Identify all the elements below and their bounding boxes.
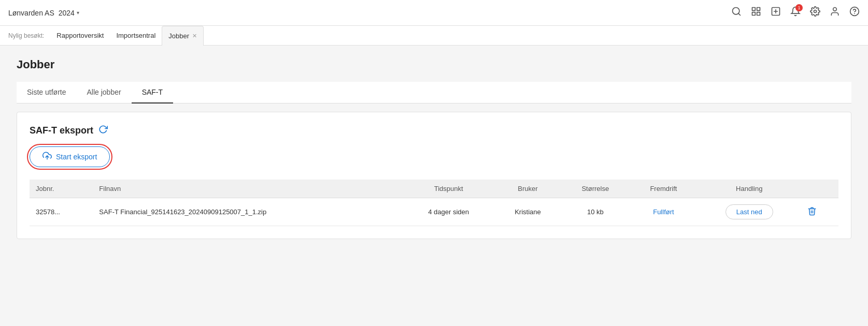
svg-rect-2 xyxy=(752,8,756,11)
status-badge: Fullført xyxy=(653,208,674,216)
year-label: 2024 xyxy=(59,9,75,17)
tab-saf-t[interactable]: SAF-T xyxy=(132,82,173,103)
cell-jobnr: 32578... xyxy=(30,198,93,226)
cell-handling: Last ned xyxy=(698,198,801,226)
table-row: 32578... SAF-T Financial_925141623_20240… xyxy=(30,198,838,226)
recently-visited-bar: Nylig besøkt: Rapportoversikt Importsent… xyxy=(0,26,868,46)
cloud-upload-icon xyxy=(42,151,52,162)
recent-link-importsentral[interactable]: Importsentral xyxy=(110,26,162,46)
svg-rect-5 xyxy=(757,12,760,16)
settings-icon[interactable] xyxy=(810,6,820,19)
tab-siste-utforte[interactable]: Siste utførte xyxy=(17,82,76,103)
chevron-down-icon: ▾ xyxy=(77,10,79,16)
refresh-icon[interactable] xyxy=(98,125,108,136)
start-eksport-button[interactable]: Start eksport xyxy=(30,146,110,167)
topbar: Lønvarden AS 2024 ▾ 1 xyxy=(0,0,868,26)
add-icon[interactable] xyxy=(771,6,781,19)
tabs-bar: Siste utførte Alle jobber SAF-T xyxy=(17,82,851,103)
col-storrelse: Størrelse xyxy=(561,180,630,198)
col-filnavn: Filnavn xyxy=(93,180,403,198)
cell-fremdrift: Fullført xyxy=(630,198,698,226)
card-header: SAF-T eksport xyxy=(30,125,838,136)
col-jobnr: Jobnr. xyxy=(30,180,93,198)
company-name: Lønvarden AS xyxy=(8,9,54,17)
col-bruker: Bruker xyxy=(494,180,561,198)
page-title: Jobber xyxy=(17,58,851,71)
recent-tab-jobber[interactable]: Jobber ✕ xyxy=(162,26,204,46)
col-actions xyxy=(801,180,838,198)
svg-point-10 xyxy=(833,8,837,11)
notification-icon[interactable]: 1 xyxy=(790,6,801,19)
search-icon[interactable] xyxy=(731,6,742,19)
topbar-left: Lønvarden AS 2024 ▾ xyxy=(8,9,79,17)
last-ned-button[interactable]: Last ned xyxy=(725,204,773,219)
help-icon[interactable] xyxy=(849,6,860,19)
tab-alle-jobber[interactable]: Alle jobber xyxy=(76,82,131,103)
year-selector[interactable]: 2024 ▾ xyxy=(59,9,79,17)
grid-icon[interactable] xyxy=(751,6,761,19)
svg-rect-4 xyxy=(752,12,756,16)
recently-visited-label: Nylig besøkt: xyxy=(8,32,44,39)
delete-icon[interactable] xyxy=(807,209,817,217)
svg-point-9 xyxy=(814,10,817,13)
recent-link-rapportoversikt[interactable]: Rapportoversikt xyxy=(50,26,110,46)
cell-filnavn: SAF-T Financial_925141623_20240909125007… xyxy=(93,198,403,226)
saft-table: Jobnr. Filnavn Tidspunkt Bruker Størrels… xyxy=(30,180,838,226)
svg-rect-3 xyxy=(757,8,760,11)
close-icon[interactable]: ✕ xyxy=(192,33,197,39)
user-icon[interactable] xyxy=(830,6,840,19)
svg-line-1 xyxy=(738,13,741,16)
page-content: Jobber Siste utførte Alle jobber SAF-T S… xyxy=(0,46,868,326)
col-fremdrift: Fremdrift xyxy=(630,180,698,198)
table-header-row: Jobnr. Filnavn Tidspunkt Bruker Størrels… xyxy=(30,180,838,198)
cell-tidspunkt: 4 dager siden xyxy=(403,198,494,226)
cell-storrelse: 10 kb xyxy=(561,198,630,226)
recent-tab-label: Jobber xyxy=(168,32,189,40)
saft-card: SAF-T eksport Start eksport Jobnr. Filna… xyxy=(17,112,851,239)
card-title: SAF-T eksport xyxy=(30,125,93,136)
cell-bruker: Kristiane xyxy=(494,198,561,226)
last-ned-label: Last ned xyxy=(736,208,762,216)
col-handling: Handling xyxy=(698,180,801,198)
col-tidspunkt: Tidspunkt xyxy=(403,180,494,198)
cell-delete xyxy=(801,198,838,226)
topbar-right: 1 xyxy=(731,6,860,19)
notification-badge: 1 xyxy=(795,4,803,11)
start-eksport-label: Start eksport xyxy=(56,153,97,161)
